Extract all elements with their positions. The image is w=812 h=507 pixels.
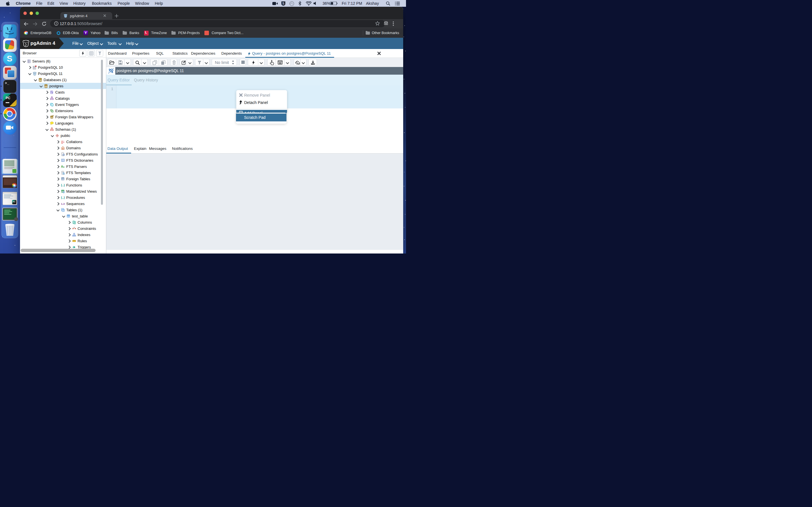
svg-text:S: S (282, 2, 284, 5)
